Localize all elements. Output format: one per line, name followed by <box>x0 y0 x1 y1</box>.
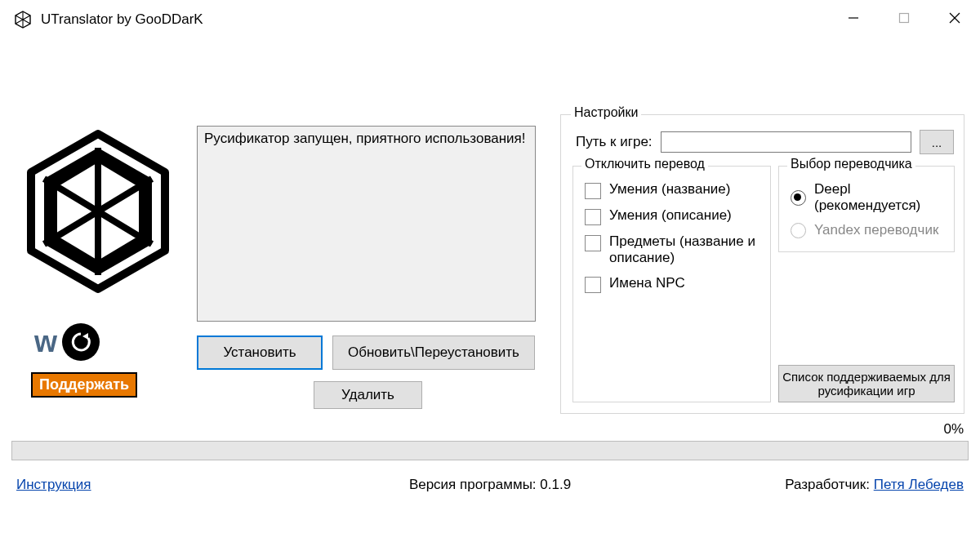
svg-rect-1 <box>900 14 909 23</box>
radio-yandex: Yandex переводчик <box>791 222 954 238</box>
checkbox-skills-name[interactable]: Умения (название) <box>585 181 770 199</box>
content-area: w Поддержать Русификатор запущен, приятн… <box>0 39 980 551</box>
refresh-icon[interactable] <box>62 323 100 361</box>
window-root: UTranslator by GooDDarK <box>0 0 980 551</box>
supported-games-button[interactable]: Список поддерживаемых для русификации иг… <box>778 365 955 402</box>
checkbox-npc-names[interactable]: Имена NPC <box>585 275 770 293</box>
radio-label: Deepl (рекомендуется) <box>814 181 954 214</box>
developer-label: Разработчик: <box>785 477 874 492</box>
disable-translation-legend: Отключить перевод <box>581 157 708 171</box>
radio-deepl[interactable]: Deepl (рекомендуется) <box>791 181 954 214</box>
support-button[interactable]: Поддержать <box>31 372 137 398</box>
settings-group: Настройки Путь к игре: ... Отключить пер… <box>560 114 964 414</box>
radio-label: Yandex переводчик <box>814 222 938 238</box>
maximize-button <box>879 0 929 36</box>
game-path-row: Путь к игре: ... <box>576 130 954 154</box>
window-controls <box>828 0 980 36</box>
checkbox-icon <box>585 235 601 251</box>
radio-icon <box>791 223 806 238</box>
checkbox-items[interactable]: Предметы (название и описание) <box>585 233 770 267</box>
radio-icon <box>791 190 806 206</box>
window-title: UTranslator by GooDDarK <box>41 11 203 28</box>
game-path-label: Путь к игре: <box>576 134 653 150</box>
checkbox-label: Имена NPC <box>609 275 685 291</box>
disable-translation-group: Отключить перевод Умения (название) Умен… <box>572 166 771 402</box>
log-output: Русификатор запущен, приятного использов… <box>197 126 536 322</box>
checkbox-icon <box>585 277 601 293</box>
delete-button[interactable]: Удалить <box>314 381 422 409</box>
settings-legend: Настройки <box>571 105 641 120</box>
game-path-input[interactable] <box>661 131 911 153</box>
translator-choice-legend: Выбор переводчика <box>787 157 915 171</box>
social-row: w <box>34 323 100 361</box>
checkbox-label: Умения (описание) <box>609 207 732 224</box>
close-button[interactable] <box>929 0 980 36</box>
browse-button[interactable]: ... <box>920 130 954 154</box>
checkbox-icon <box>585 183 601 199</box>
titlebar: UTranslator by GooDDarK <box>0 0 980 39</box>
svg-marker-10 <box>82 333 88 340</box>
minimize-button[interactable] <box>828 0 879 36</box>
translator-choice-group: Выбор переводчика Deepl (рекомендуется) … <box>778 166 955 252</box>
progress-bar <box>11 441 969 460</box>
progress-percent: 0% <box>943 421 964 438</box>
unity-logo <box>24 117 172 304</box>
update-button[interactable]: Обновить\Переустановить <box>332 335 535 370</box>
checkbox-label: Умения (название) <box>609 181 730 198</box>
checkbox-icon <box>585 209 601 225</box>
developer-credit: Разработчик: Петя Лебедев <box>785 477 964 493</box>
developer-link[interactable]: Петя Лебедев <box>874 477 964 492</box>
vk-icon[interactable]: w <box>34 325 56 359</box>
checkbox-label: Предметы (название и описание) <box>609 233 768 267</box>
app-icon <box>13 10 33 29</box>
checkbox-skills-desc[interactable]: Умения (описание) <box>585 207 770 225</box>
install-button[interactable]: Установить <box>197 335 323 370</box>
